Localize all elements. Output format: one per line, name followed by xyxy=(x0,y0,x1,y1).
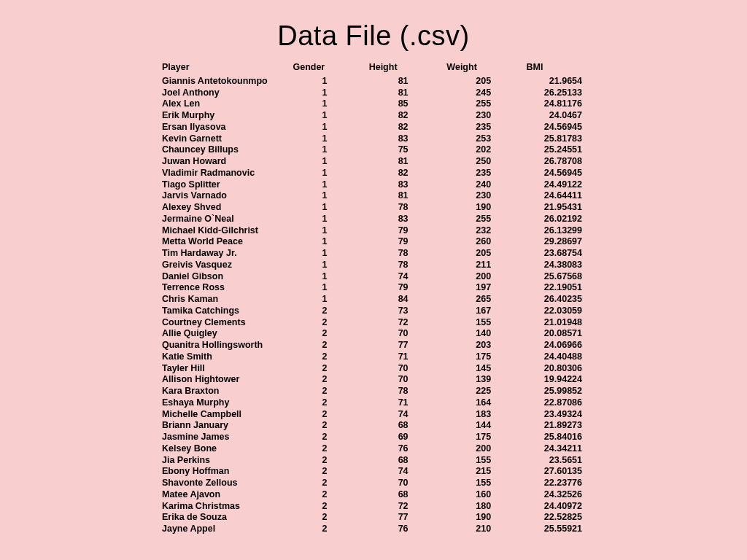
cell-bmi: 24.64411 xyxy=(527,190,585,202)
cell-weight: 235 xyxy=(446,168,526,179)
cell-bmi: 21.01948 xyxy=(527,317,585,329)
table-row: Eshaya Murphy27116422.87086 xyxy=(162,397,585,409)
cell-gender: 2 xyxy=(293,512,368,524)
cell-height: 85 xyxy=(369,98,447,110)
cell-weight: 144 xyxy=(446,420,526,432)
cell-player: Giannis Antetokounmpo xyxy=(162,76,293,88)
cell-weight: 200 xyxy=(446,271,526,283)
cell-weight: 160 xyxy=(446,489,526,501)
cell-player: Chauncey Billups xyxy=(162,144,293,156)
cell-bmi: 22.03059 xyxy=(527,306,585,317)
cell-weight: 211 xyxy=(446,260,526,271)
cell-weight: 255 xyxy=(446,98,526,110)
cell-gender: 2 xyxy=(293,432,368,443)
cell-player: Tim Hardaway Jr. xyxy=(162,248,293,260)
cell-height: 68 xyxy=(369,455,447,467)
cell-gender: 1 xyxy=(293,271,368,283)
table-row: Quanitra Hollingsworth27720324.06966 xyxy=(162,340,585,351)
cell-player: Courtney Clements xyxy=(162,317,293,329)
cell-gender: 2 xyxy=(293,489,368,501)
table-row: Allie Quigley27014020.08571 xyxy=(162,328,585,340)
cell-player: Eshaya Murphy xyxy=(162,397,293,409)
cell-weight: 175 xyxy=(446,432,526,443)
cell-player: Ersan Ilyasova xyxy=(162,122,293,133)
cell-weight: 255 xyxy=(446,214,526,225)
header-row: Player Gender Height Weight BMI xyxy=(162,62,585,76)
table-row: Jasmine James26917525.84016 xyxy=(162,432,585,443)
cell-bmi: 24.56945 xyxy=(527,122,585,133)
cell-height: 78 xyxy=(369,248,447,260)
table-row: Terrence Ross17919722.19051 xyxy=(162,282,585,294)
table-row: Daniel Gibson17420025.67568 xyxy=(162,271,585,283)
cell-height: 82 xyxy=(369,110,447,122)
cell-bmi: 26.13299 xyxy=(527,225,585,237)
cell-weight: 164 xyxy=(446,397,526,409)
cell-gender: 1 xyxy=(293,294,368,306)
cell-bmi: 24.49122 xyxy=(527,179,585,191)
cell-bmi: 23.5651 xyxy=(527,455,585,467)
cell-height: 82 xyxy=(369,122,447,133)
table-row: Tayler Hill27014520.80306 xyxy=(162,363,585,375)
cell-bmi: 22.87086 xyxy=(527,397,585,409)
table-header: Player Gender Height Weight BMI xyxy=(162,62,585,76)
cell-bmi: 25.81783 xyxy=(527,133,585,145)
cell-weight: 155 xyxy=(446,478,526,489)
cell-height: 68 xyxy=(369,489,447,501)
cell-weight: 197 xyxy=(446,282,526,294)
cell-gender: 1 xyxy=(293,214,368,225)
cell-gender: 2 xyxy=(293,524,368,535)
table-row: Ersan Ilyasova18223524.56945 xyxy=(162,122,585,133)
cell-gender: 1 xyxy=(293,88,368,99)
cell-height: 74 xyxy=(369,466,447,478)
cell-bmi: 23.68754 xyxy=(527,248,585,260)
table-row: Matee Ajavon26816024.32526 xyxy=(162,489,585,501)
table-row: Alex Len18525524.81176 xyxy=(162,98,585,110)
cell-gender: 1 xyxy=(293,236,368,248)
cell-gender: 1 xyxy=(293,133,368,145)
table-row: Kelsey Bone27620024.34211 xyxy=(162,443,585,455)
cell-height: 71 xyxy=(369,351,447,363)
col-header-gender: Gender xyxy=(293,62,368,76)
cell-weight: 232 xyxy=(446,225,526,237)
cell-height: 74 xyxy=(369,409,447,421)
cell-bmi: 22.23776 xyxy=(527,478,585,489)
cell-weight: 155 xyxy=(446,455,526,467)
cell-weight: 139 xyxy=(446,374,526,386)
table-row: Courtney Clements27215521.01948 xyxy=(162,317,585,329)
table-row: Chauncey Billups17520225.24551 xyxy=(162,144,585,156)
table-row: Michael Kidd-Gilchrist17923226.13299 xyxy=(162,225,585,237)
cell-player: Alex Len xyxy=(162,98,293,110)
cell-gender: 2 xyxy=(293,409,368,421)
cell-bmi: 24.0467 xyxy=(527,110,585,122)
cell-weight: 240 xyxy=(446,179,526,191)
cell-gender: 2 xyxy=(293,386,368,397)
cell-gender: 1 xyxy=(293,156,368,168)
table-row: Vladimir Radmanovic18223524.56945 xyxy=(162,168,585,179)
cell-bmi: 25.24551 xyxy=(527,144,585,156)
cell-bmi: 26.78708 xyxy=(527,156,585,168)
table-row: Jarvis Varnado18123024.64411 xyxy=(162,190,585,202)
cell-player: Matee Ajavon xyxy=(162,489,293,501)
cell-weight: 145 xyxy=(446,363,526,375)
cell-gender: 1 xyxy=(293,260,368,271)
cell-gender: 1 xyxy=(293,282,368,294)
cell-gender: 2 xyxy=(293,374,368,386)
cell-weight: 140 xyxy=(446,328,526,340)
cell-height: 76 xyxy=(369,443,447,455)
cell-weight: 253 xyxy=(446,133,526,145)
cell-height: 78 xyxy=(369,202,447,214)
table-row: Allison Hightower27013919.94224 xyxy=(162,374,585,386)
cell-gender: 2 xyxy=(293,317,368,329)
cell-height: 75 xyxy=(369,144,447,156)
cell-gender: 1 xyxy=(293,190,368,202)
cell-bmi: 22.19051 xyxy=(527,282,585,294)
cell-player: Briann January xyxy=(162,420,293,432)
cell-height: 77 xyxy=(369,512,447,524)
slide: Data File (.csv) Player Gender Height We… xyxy=(0,0,747,560)
table-row: Greivis Vasquez17821124.38083 xyxy=(162,260,585,271)
cell-gender: 1 xyxy=(293,110,368,122)
cell-gender: 2 xyxy=(293,478,368,489)
cell-player: Karima Christmas xyxy=(162,501,293,513)
table-row: Erika de Souza27719022.52825 xyxy=(162,512,585,524)
cell-height: 81 xyxy=(369,76,447,88)
